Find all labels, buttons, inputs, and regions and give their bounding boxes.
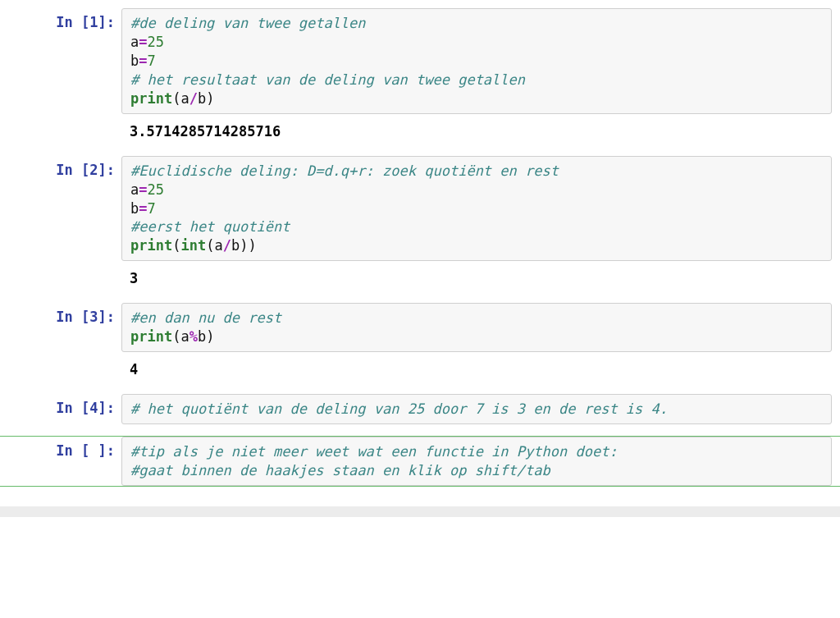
code-token: #gaat binnen de haakjes staan en klik op… bbox=[130, 462, 550, 478]
output-prompt-spacer: . bbox=[0, 117, 121, 141]
code-token: / bbox=[189, 90, 198, 107]
input-prompt: In [2]: bbox=[0, 156, 121, 180]
code-token: a bbox=[130, 181, 139, 198]
output-text: 3 bbox=[121, 264, 840, 290]
code-token: #de deling van twee getallen bbox=[130, 15, 366, 31]
code-token: = bbox=[139, 34, 147, 50]
notebook-container: In [1]:#de deling van twee getallen a=25… bbox=[0, 8, 840, 498]
code-input-area[interactable]: #en dan nu de rest print(a%b) bbox=[121, 303, 832, 352]
code-token: a bbox=[214, 237, 222, 254]
code-token: b bbox=[198, 90, 206, 107]
code-token: b bbox=[231, 237, 240, 254]
code-token: 7 bbox=[148, 200, 156, 217]
output-text: 4 bbox=[121, 355, 840, 381]
horizontal-scrollbar[interactable] bbox=[0, 506, 840, 517]
output-text: 3.5714285714285716 bbox=[121, 117, 840, 143]
code-token: int bbox=[180, 237, 206, 254]
code-token: b bbox=[198, 328, 206, 345]
code-token: 7 bbox=[148, 53, 156, 69]
code-token: #eerst het quotiënt bbox=[130, 218, 290, 235]
code-input-area[interactable]: #de deling van twee getallen a=25 b=7 # … bbox=[121, 8, 832, 114]
code-token: b bbox=[130, 200, 139, 217]
code-token: = bbox=[139, 200, 147, 217]
code-token: #en dan nu de rest bbox=[130, 309, 281, 326]
code-token: ( bbox=[172, 237, 180, 254]
output-row: .3 bbox=[0, 264, 840, 290]
code-token: % bbox=[189, 328, 198, 345]
code-token: 25 bbox=[148, 181, 164, 198]
code-token: = bbox=[139, 53, 147, 69]
code-cell[interactable]: In [3]:#en dan nu de rest print(a%b) bbox=[0, 303, 840, 352]
output-row: .3.5714285714285716 bbox=[0, 117, 840, 143]
code-token: ( bbox=[172, 90, 180, 107]
input-prompt: In [1]: bbox=[0, 8, 121, 32]
code-cell[interactable]: In [4]:# het quotiënt van de deling van … bbox=[0, 394, 840, 424]
output-prompt-spacer: . bbox=[0, 355, 121, 379]
code-token: a bbox=[130, 34, 139, 50]
code-input-area[interactable]: #Euclidische deling: D=d.q+r: zoek quoti… bbox=[121, 156, 832, 262]
code-input-area[interactable]: # het quotiënt van de deling van 25 door… bbox=[121, 394, 832, 424]
output-prompt-spacer: . bbox=[0, 264, 121, 288]
code-token: print bbox=[130, 328, 172, 345]
code-cell[interactable]: In [2]:#Euclidische deling: D=d.q+r: zoe… bbox=[0, 156, 840, 262]
code-token: a bbox=[180, 328, 189, 345]
code-token: print bbox=[130, 237, 172, 254]
code-token: ) bbox=[206, 328, 214, 345]
code-token: print bbox=[130, 90, 172, 107]
code-token: #tip als je niet meer weet wat een funct… bbox=[130, 443, 618, 460]
code-token: )) bbox=[240, 237, 256, 254]
input-prompt: In [ ]: bbox=[0, 437, 121, 460]
code-token: # het quotiënt van de deling van 25 door… bbox=[130, 401, 668, 417]
output-row: .4 bbox=[0, 355, 840, 381]
code-token: b bbox=[130, 53, 139, 69]
code-token: ( bbox=[206, 237, 214, 254]
code-token: ( bbox=[172, 328, 180, 345]
code-token: / bbox=[223, 237, 231, 254]
code-token: a bbox=[180, 90, 189, 107]
code-input-area[interactable]: #tip als je niet meer weet wat een funct… bbox=[121, 437, 832, 486]
code-token: # het resultaat van de deling van twee g… bbox=[130, 71, 525, 88]
input-prompt: In [3]: bbox=[0, 303, 121, 327]
code-token: = bbox=[139, 181, 147, 198]
code-token: #Euclidische deling: D=d.q+r: zoek quoti… bbox=[130, 163, 559, 179]
code-cell[interactable]: In [ ]:#tip als je niet meer weet wat ee… bbox=[0, 436, 840, 487]
input-prompt: In [4]: bbox=[0, 394, 121, 418]
code-token: ) bbox=[206, 90, 214, 107]
code-cell[interactable]: In [1]:#de deling van twee getallen a=25… bbox=[0, 8, 840, 114]
code-token: 25 bbox=[148, 34, 164, 50]
